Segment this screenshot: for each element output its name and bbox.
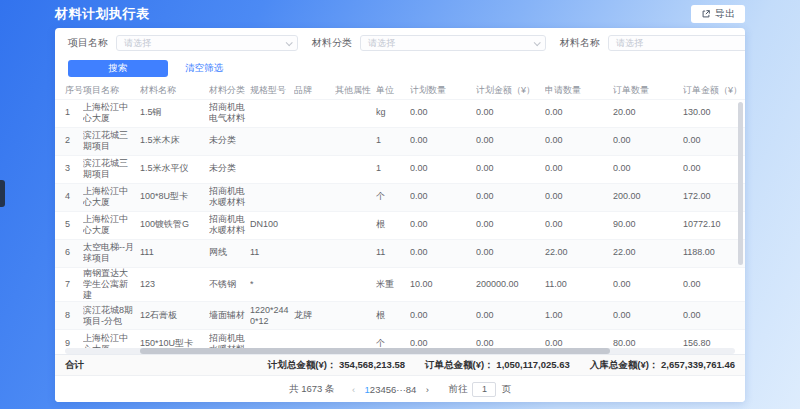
- goto-page-group: 前往 页: [448, 382, 511, 397]
- table-cell: 1: [55, 99, 83, 127]
- table-cell: [294, 183, 335, 211]
- column-header: 订单金额（¥）: [683, 83, 745, 99]
- table-row: 6太空电梯--月球项目111网线11110.000.0022.0022.0011…: [55, 239, 745, 267]
- table-cell: [335, 239, 376, 267]
- table-cell: [335, 302, 376, 330]
- summary-label: 合计: [65, 359, 84, 372]
- export-icon: [701, 9, 711, 19]
- table-cell: [335, 183, 376, 211]
- column-header: 计划金额（¥）: [476, 83, 545, 99]
- filter-category: 材料分类 请选择: [312, 35, 546, 51]
- table-cell: [335, 211, 376, 239]
- clear-filters-link[interactable]: 清空筛选: [185, 62, 223, 75]
- export-button[interactable]: 导出: [691, 5, 745, 23]
- table-cell: [335, 155, 376, 183]
- project-select[interactable]: 请选择: [116, 35, 298, 51]
- table-cell: 0.00: [476, 155, 545, 183]
- table-cell: 0.00: [476, 99, 545, 127]
- material-select[interactable]: 请选择: [608, 35, 745, 51]
- column-header: 规格型号: [250, 83, 294, 99]
- export-button-label: 导出: [715, 7, 735, 21]
- table-cell: 0.00: [613, 127, 683, 155]
- summary-row: 合计 计划总金额(¥)： 354,568,213.58订单总金额(¥)： 1,0…: [55, 354, 745, 376]
- table-cell: 0.00: [545, 127, 613, 155]
- table-cell: 米重: [376, 267, 410, 302]
- next-page-button[interactable]: ›: [420, 384, 434, 395]
- table-cell: kg: [376, 99, 410, 127]
- page-number-button[interactable]: 84: [406, 384, 417, 395]
- table-cell: 123: [140, 267, 209, 302]
- table-cell: 1: [376, 155, 410, 183]
- table-cell: [250, 155, 294, 183]
- table-row: 5上海松江中心大厦100镀铁管G招商机电水暖材料DN100根0.000.000.…: [55, 211, 745, 239]
- table-cell: 0.00: [476, 211, 545, 239]
- table-cell: [250, 183, 294, 211]
- table-cell: 172.00: [683, 183, 745, 211]
- table-cell: 根: [376, 302, 410, 330]
- table-cell: 8: [55, 302, 83, 330]
- pagination-total-count: 共 1673 条: [289, 383, 334, 396]
- table-cell: 0.00: [683, 127, 745, 155]
- column-header: 项目名称: [83, 83, 140, 99]
- prev-page-button[interactable]: ‹: [347, 384, 361, 395]
- goto-page-input[interactable]: [472, 382, 496, 397]
- table-cell: 招商机电水暖材料: [209, 183, 250, 211]
- chevron-down-icon: [534, 39, 541, 46]
- category-select[interactable]: 请选择: [360, 35, 546, 51]
- topbar: 材料计划执行表 导出: [0, 0, 800, 28]
- table-cell: 10772.10: [683, 211, 745, 239]
- table-cell: 上海松江中心大厦: [83, 183, 140, 211]
- table-cell: [294, 239, 335, 267]
- table-cell: 5: [55, 211, 83, 239]
- chevron-down-icon: [286, 39, 293, 46]
- table-cell: 100*8U型卡: [140, 183, 209, 211]
- table-cell: 11: [376, 239, 410, 267]
- table-cell: 0.00: [545, 211, 613, 239]
- vertical-scrollbar-thumb[interactable]: [738, 102, 743, 265]
- table-cell: 上海松江中心大厦: [83, 99, 140, 127]
- table-cell: 0.00: [545, 183, 613, 211]
- table-cell: [294, 211, 335, 239]
- goto-page-suffix: 页: [501, 383, 511, 396]
- table-cell: 20.00: [613, 99, 683, 127]
- table-cell: *: [250, 267, 294, 302]
- table-cell: [250, 99, 294, 127]
- table-cell: [250, 127, 294, 155]
- table-cell: 未分类: [209, 127, 250, 155]
- summary-totals: 计划总金额(¥)： 354,568,213.58订单总金额(¥)： 1,050,…: [268, 359, 735, 372]
- table-cell: 111: [140, 239, 209, 267]
- table-cell: [294, 267, 335, 302]
- table-cell: [335, 127, 376, 155]
- category-select-placeholder: 请选择: [368, 37, 395, 50]
- table-cell: 滨江花城三期项目: [83, 155, 140, 183]
- table-cell: 根: [376, 211, 410, 239]
- filter-actions: 搜索 清空筛选: [68, 60, 733, 77]
- table-cell: 130.00: [683, 99, 745, 127]
- column-header: 其他属性: [335, 83, 376, 99]
- table-cell: 0.00: [613, 155, 683, 183]
- filter-category-label: 材料分类: [312, 36, 352, 50]
- table-cell: 墙面辅材: [209, 302, 250, 330]
- table-cell: 0.00: [545, 99, 613, 127]
- table-cell: 1.5米水平仪: [140, 155, 209, 183]
- table-cell: 4: [55, 183, 83, 211]
- table-cell: [294, 99, 335, 127]
- table-cell: 滨江花城8期项目-分包: [83, 302, 140, 330]
- table-cell: 12石膏板: [140, 302, 209, 330]
- table-cell: 0.00: [410, 155, 476, 183]
- column-header: 材料名称: [140, 83, 209, 99]
- search-button[interactable]: 搜索: [68, 60, 168, 77]
- table-cell: 11: [250, 239, 294, 267]
- table-cell: [294, 155, 335, 183]
- table-cell: 0.00: [683, 155, 745, 183]
- table-cell: 0.00: [545, 155, 613, 183]
- summary-total-item: 入库总金额(¥)： 2,657,339,761.46: [590, 359, 735, 372]
- table-cell: 10.00: [410, 267, 476, 302]
- table-cell: 0.00: [410, 183, 476, 211]
- table-cell: 太空电梯--月球项目: [83, 239, 140, 267]
- table-cell: 0.00: [410, 211, 476, 239]
- table-cell: [335, 267, 376, 302]
- table-cell: 0.00: [476, 183, 545, 211]
- sidebar-drawer-handle[interactable]: [0, 180, 5, 207]
- table-cell: 7: [55, 267, 83, 302]
